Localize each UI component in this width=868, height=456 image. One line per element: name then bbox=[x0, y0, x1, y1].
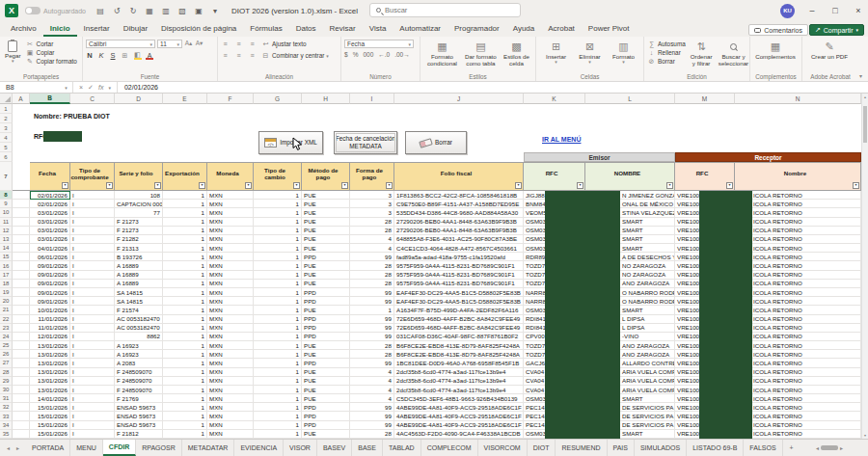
column-header-d[interactable]: D bbox=[115, 94, 163, 104]
save-icon[interactable]: ▤ bbox=[95, 7, 105, 15]
column-header-c[interactable]: C bbox=[70, 94, 115, 104]
addins-button[interactable]: ▦Complementos bbox=[753, 40, 798, 61]
vscroll-up-icon[interactable]: ▴ bbox=[862, 94, 868, 99]
select-all-corner[interactable] bbox=[0, 94, 13, 104]
filter-button[interactable]: ▾ bbox=[726, 182, 733, 189]
sheet-tab-portada[interactable]: PORTADA bbox=[26, 440, 70, 456]
row-header-19[interactable]: 19 bbox=[0, 288, 13, 297]
close-icon[interactable]: × bbox=[853, 6, 864, 15]
row-header-13[interactable]: 13 bbox=[0, 235, 13, 244]
percent-icon[interactable]: % bbox=[353, 51, 359, 58]
sheet-tab-evidencia[interactable]: EVIDENCIA bbox=[234, 440, 284, 456]
sheet-tab-rpagosr[interactable]: RPAGOSR bbox=[136, 440, 182, 456]
ribbon-tab-inicio[interactable]: Inicio bbox=[43, 22, 77, 37]
ribbon-tab-insertar[interactable]: Insertar bbox=[77, 22, 117, 37]
table-icon[interactable]: ▥ bbox=[161, 7, 171, 15]
align-top-icon[interactable]: ≡ bbox=[221, 40, 230, 47]
vscroll-thumb[interactable] bbox=[863, 106, 867, 143]
column-header-g[interactable]: G bbox=[254, 94, 302, 104]
ribbon-tab-f-rmulas[interactable]: Fórmulas bbox=[243, 22, 288, 37]
conditional-format-button[interactable]: ▦Formato condicional bbox=[423, 40, 461, 67]
vscroll-down-icon[interactable]: ▾ bbox=[862, 433, 868, 438]
row-header-21[interactable]: 21 bbox=[0, 306, 13, 314]
row-header-7[interactable]: 7 bbox=[0, 162, 13, 191]
decrease-font-icon[interactable]: A▾ bbox=[195, 40, 203, 48]
name-box[interactable]: B8 bbox=[0, 82, 60, 93]
create-pdf-button[interactable]: ✎Crear un PDF bbox=[805, 40, 854, 61]
row-header-5[interactable]: 5 bbox=[0, 143, 13, 152]
row-header-28[interactable]: 28 bbox=[0, 368, 13, 377]
avatar[interactable]: KU bbox=[780, 4, 795, 18]
ribbon-tab-revisar[interactable]: Revisar bbox=[323, 22, 363, 37]
row-header-14[interactable]: 14 bbox=[0, 244, 13, 253]
wrap-text-button[interactable]: ↩Ajustar texto bbox=[261, 40, 307, 48]
fill-button[interactable]: ↓Rellenar bbox=[647, 48, 686, 57]
column-header-m[interactable]: M bbox=[675, 94, 735, 104]
tab-nav-left-icon[interactable]: ◂ bbox=[7, 444, 10, 451]
add-sheet-button[interactable]: + bbox=[783, 440, 800, 456]
delete-cells-button[interactable]: ⊠Eliminar▾ bbox=[573, 40, 607, 67]
filter-button[interactable]: ▾ bbox=[666, 182, 673, 189]
row-header-9[interactable]: 9 bbox=[0, 200, 13, 208]
chart-icon[interactable]: ▣ bbox=[194, 7, 203, 15]
filter-button[interactable]: ▾ bbox=[245, 182, 252, 189]
autosum-button[interactable]: ∑Autosuma bbox=[647, 40, 686, 48]
row-header-3[interactable]: 3 bbox=[0, 123, 13, 133]
sheet-tab-base[interactable]: BASE bbox=[352, 440, 383, 456]
grid-icon[interactable]: ▦ bbox=[145, 7, 154, 15]
number-format-select[interactable]: Fecha▾ bbox=[344, 40, 414, 48]
bold-button[interactable]: N bbox=[86, 51, 94, 60]
row-header-32[interactable]: 32 bbox=[0, 403, 13, 412]
column-header-n[interactable]: N bbox=[735, 94, 861, 104]
maximize-icon[interactable]: □ bbox=[829, 6, 841, 15]
currency-icon[interactable]: $ bbox=[344, 51, 348, 58]
underline-button[interactable]: S bbox=[109, 51, 117, 60]
column-header-f[interactable]: F bbox=[207, 94, 254, 104]
sheet-tab-tablad[interactable]: TABLAD bbox=[383, 440, 421, 456]
sort-filter-button[interactable]: ⇅Ordenar y filtrar bbox=[689, 40, 715, 67]
format-table-button[interactable]: ▤Dar formato como tabla bbox=[461, 40, 501, 67]
row-header-20[interactable]: 20 bbox=[0, 297, 13, 306]
row-header-1[interactable]: 1 bbox=[0, 104, 13, 114]
align-middle-icon[interactable]: ≡ bbox=[234, 40, 243, 47]
ribbon-tab-automatizar[interactable]: Automatizar bbox=[393, 22, 448, 37]
align-left-icon[interactable]: ≡ bbox=[221, 52, 230, 59]
row-header-27[interactable]: 27 bbox=[0, 359, 13, 367]
sheet-tab-menu[interactable]: MENU bbox=[70, 440, 103, 456]
filter-button[interactable]: ▾ bbox=[106, 182, 113, 189]
borders-icon[interactable]: ⊞ bbox=[121, 52, 129, 60]
ribbon-tab-vista[interactable]: Vista bbox=[363, 22, 393, 37]
insert-cells-button[interactable]: ⊞Insertar▾ bbox=[539, 40, 573, 67]
row-header-12[interactable]: 12 bbox=[0, 227, 13, 235]
collapse-ribbon-icon[interactable]: ▾ bbox=[859, 72, 862, 79]
row-header-15[interactable]: 15 bbox=[0, 253, 13, 261]
find-select-button[interactable]: Buscar y seleccionar bbox=[717, 40, 749, 67]
undo-icon[interactable]: ↺ bbox=[112, 7, 122, 15]
increase-decimal-icon[interactable]: ←.0 bbox=[378, 51, 390, 58]
filter-button[interactable]: ▾ bbox=[341, 182, 348, 189]
column-header-l[interactable]: L bbox=[585, 94, 675, 104]
filter-button[interactable]: ▾ bbox=[577, 182, 583, 189]
enter-icon[interactable]: ✓ bbox=[88, 84, 94, 92]
row-header-2[interactable]: 2 bbox=[0, 114, 13, 123]
row-header-30[interactable]: 30 bbox=[0, 386, 13, 394]
horizontal-scrollbar[interactable]: ◂ ▸ bbox=[816, 443, 858, 452]
row-header-24[interactable]: 24 bbox=[0, 333, 13, 341]
column-header-i[interactable]: I bbox=[350, 94, 394, 104]
sheet-tab-metadatar[interactable]: METADATAR bbox=[182, 440, 235, 456]
format-cells-button[interactable]: ▥Formato▾ bbox=[607, 40, 640, 67]
row-header-10[interactable]: 10 bbox=[0, 208, 13, 217]
row-header-23[interactable]: 23 bbox=[0, 324, 13, 333]
filter-button[interactable]: ▾ bbox=[293, 182, 300, 189]
hscroll-thumb[interactable] bbox=[821, 445, 838, 450]
row-header-18[interactable]: 18 bbox=[0, 280, 13, 288]
font-name-select[interactable]: Calibri▾ bbox=[86, 40, 155, 48]
row-header-4[interactable]: 4 bbox=[0, 133, 13, 143]
name-box-dropdown-icon[interactable]: ▾ bbox=[60, 82, 73, 93]
sheet-tab-diot[interactable]: DIOT bbox=[528, 440, 556, 456]
row-header-25[interactable]: 25 bbox=[0, 341, 13, 350]
ribbon-tab-dibujar[interactable]: Dibujar bbox=[117, 22, 154, 37]
ribbon-tab-datos[interactable]: Datos bbox=[289, 22, 323, 37]
italic-button[interactable]: K bbox=[97, 51, 105, 60]
font-color-button[interactable]: A bbox=[146, 52, 153, 60]
